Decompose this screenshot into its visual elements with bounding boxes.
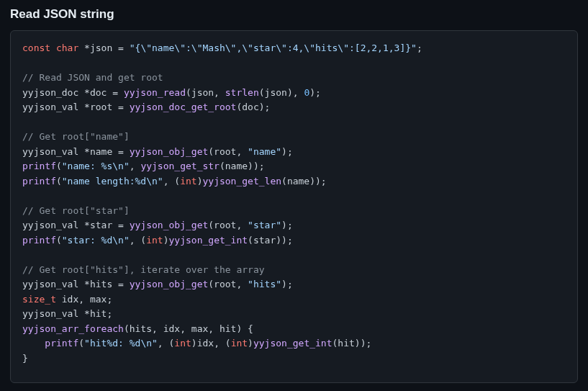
code-comment: // Free the doc bbox=[22, 382, 107, 384]
code-text: yyjson_val *hit; bbox=[22, 308, 112, 319]
code-text: ); bbox=[281, 279, 293, 289]
code-function: yyjson_doc_get_root bbox=[130, 102, 237, 112]
code-text: , ( bbox=[130, 235, 146, 246]
code-function: printf bbox=[22, 176, 56, 186]
code-keyword: int bbox=[231, 338, 248, 349]
code-text: (name)); bbox=[220, 161, 265, 171]
code-function: yyjson_get_len bbox=[202, 176, 281, 186]
code-text: )idx, ( bbox=[191, 338, 231, 349]
code-text: (doc); bbox=[236, 102, 270, 112]
code-text: yyjson_val *star = bbox=[22, 220, 130, 230]
code-keyword: size_t bbox=[22, 294, 56, 305]
code-function: strlen bbox=[225, 87, 259, 98]
code-keyword: int bbox=[146, 235, 163, 246]
section-heading: Read JSON string bbox=[10, 7, 578, 22]
code-string: "star: %d\n" bbox=[62, 235, 130, 246]
code-text: ); bbox=[309, 87, 321, 98]
code-text: (json), bbox=[259, 87, 304, 98]
code-function: yyjson_get_str bbox=[140, 161, 220, 171]
code-keyword: const bbox=[22, 42, 50, 53]
code-function: yyjson_read bbox=[124, 87, 186, 98]
code-string: "name length:%d\n" bbox=[62, 176, 163, 186]
code-comment: // Get root["hits"], iterate over the ar… bbox=[22, 264, 265, 275]
code-text: (root, bbox=[208, 220, 248, 230]
code-text: idx, max; bbox=[56, 294, 112, 305]
code-text: ) bbox=[163, 235, 169, 246]
code-text: ) bbox=[248, 338, 253, 349]
code-text: ); bbox=[281, 220, 293, 230]
code-keyword: int bbox=[180, 176, 196, 186]
code-string: "name: %s\n" bbox=[62, 161, 130, 171]
code-text: ); bbox=[281, 146, 293, 157]
code-text: ( bbox=[78, 338, 84, 349]
code-string: "hits" bbox=[248, 279, 281, 289]
code-function: printf bbox=[22, 161, 56, 171]
code-function: yyjson_arr_foreach bbox=[22, 323, 124, 334]
code-comment: // Get root["name"] bbox=[22, 131, 130, 142]
code-text: ( bbox=[56, 161, 62, 171]
code-text: yyjson_val *hits = bbox=[22, 279, 130, 289]
code-function: yyjson_obj_get bbox=[130, 146, 209, 157]
code-text: (name)); bbox=[281, 176, 327, 186]
code-text: ( bbox=[56, 235, 62, 246]
code-string: "name" bbox=[248, 146, 281, 157]
code-function: yyjson_get_int bbox=[169, 235, 248, 246]
code-text: yyjson_doc *doc = bbox=[22, 87, 124, 98]
code-function: yyjson_obj_get bbox=[130, 279, 209, 289]
code-text: , ( bbox=[158, 338, 174, 349]
code-comment: // Read JSON and get root bbox=[22, 72, 163, 83]
code-keyword: char bbox=[56, 42, 78, 53]
code-text: (root, bbox=[208, 146, 248, 157]
code-text: *json = bbox=[84, 42, 130, 53]
code-text: , bbox=[130, 161, 141, 171]
code-keyword: int bbox=[174, 338, 191, 349]
code-string: "star" bbox=[248, 220, 281, 230]
code-text: , ( bbox=[163, 176, 180, 186]
code-text: (json, bbox=[186, 87, 225, 98]
code-function: yyjson_get_int bbox=[253, 338, 333, 349]
code-text: (star)); bbox=[248, 235, 293, 246]
code-text: (hits, idx, max, hit) { bbox=[124, 323, 253, 334]
code-text: } bbox=[22, 353, 28, 364]
code-function: yyjson_obj_get bbox=[130, 220, 209, 230]
code-block: const char *json = "{\"name\":\"Mash\",\… bbox=[10, 30, 578, 383]
code-text: yyjson_val *name = bbox=[22, 146, 130, 157]
code-text: ( bbox=[56, 176, 62, 186]
code-text: yyjson_val *root = bbox=[22, 102, 130, 112]
code-text bbox=[22, 338, 45, 349]
code-comment: // Get root["star"] bbox=[22, 205, 130, 216]
code-text: (hit)); bbox=[333, 338, 372, 349]
code-function: printf bbox=[45, 338, 78, 349]
code-string: "{\"name\":\"Mash\",\"star\":4,\"hits\":… bbox=[130, 42, 417, 53]
code-string: "hit%d: %d\n" bbox=[84, 338, 158, 349]
code-text: ; bbox=[417, 42, 422, 53]
code-text: (root, bbox=[208, 279, 248, 289]
code-function: printf bbox=[22, 235, 56, 246]
